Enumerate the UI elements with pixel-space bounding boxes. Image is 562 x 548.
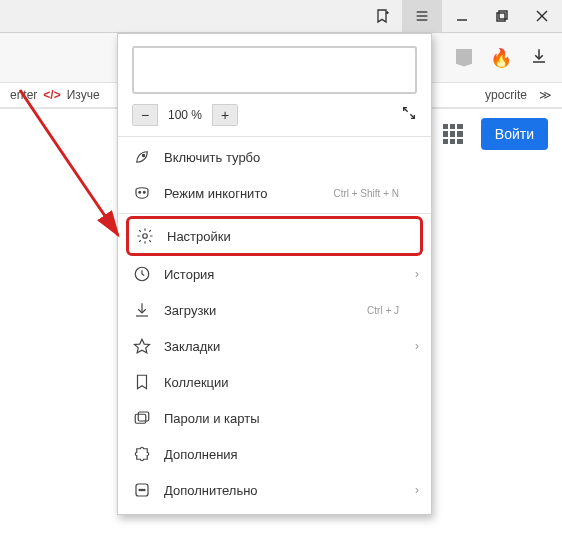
menu-search-input[interactable] — [132, 46, 417, 94]
menu-item-download[interactable]: ЗагрузкиCtrl + J — [118, 292, 431, 328]
svg-rect-6 — [497, 13, 505, 21]
menu-item-puzzle[interactable]: Дополнения — [118, 436, 431, 472]
zoom-controls: − 100 % + — [118, 104, 431, 134]
zoom-out-button[interactable]: − — [132, 104, 158, 126]
menu-item-star[interactable]: Закладки› — [118, 328, 431, 364]
svg-point-16 — [143, 191, 145, 193]
menu-item-label: Пароли и карты — [164, 411, 260, 426]
menu-item-label: Дополнительно — [164, 483, 258, 498]
window-maximize-button[interactable] — [482, 0, 522, 32]
rocket-icon — [132, 148, 152, 166]
gear-icon — [135, 227, 155, 245]
mask-icon — [132, 184, 152, 202]
apps-grid-icon[interactable] — [443, 124, 463, 144]
download-icon — [132, 301, 152, 319]
menu-item-shortcut: Ctrl + J — [367, 305, 417, 316]
tab-fragment-left: enter — [10, 88, 37, 102]
bookmark-page-icon[interactable] — [362, 0, 402, 32]
menu-item-history[interactable]: История› — [118, 256, 431, 292]
menu-separator — [118, 213, 431, 214]
history-icon — [132, 265, 152, 283]
menu-item-more[interactable]: Дополнительно› — [118, 472, 431, 508]
menu-item-label: Загрузки — [164, 303, 216, 318]
menu-item-label: История — [164, 267, 214, 282]
menu-item-gear[interactable]: Настройки — [126, 216, 423, 256]
menu-item-label: Включить турбо — [164, 150, 260, 165]
menu-separator — [118, 136, 431, 137]
svg-rect-7 — [499, 11, 507, 19]
chevron-right-icon: › — [415, 339, 419, 353]
menu-item-label: Коллекции — [164, 375, 229, 390]
chevron-right-icon: › — [415, 483, 419, 497]
zoom-value: 100 % — [158, 108, 212, 122]
window-titlebar — [0, 0, 562, 33]
menu-item-mask[interactable]: Режим инкогнитоCtrl + Shift + N — [118, 175, 431, 211]
puzzle-icon — [132, 445, 152, 463]
svg-point-14 — [142, 154, 144, 156]
more-icon — [132, 481, 152, 499]
menu-item-shortcut: Ctrl + Shift + N — [333, 188, 417, 199]
main-menu-button[interactable] — [402, 0, 442, 32]
fullscreen-button[interactable] — [401, 105, 417, 125]
tab-fragment-right: ypocrite — [485, 88, 527, 102]
zoom-in-button[interactable]: + — [212, 104, 238, 126]
main-menu-panel: − 100 % + Включить турбоРежим инкогнитоC… — [117, 33, 432, 515]
menu-item-label: Дополнения — [164, 447, 238, 462]
bookmark-flag-icon[interactable] — [456, 49, 472, 67]
svg-point-25 — [139, 489, 141, 491]
flag-icon — [132, 373, 152, 391]
menu-item-rocket[interactable]: Включить турбо — [118, 139, 431, 175]
code-icon: </> — [43, 88, 60, 102]
svg-point-15 — [139, 191, 141, 193]
menu-item-label: Настройки — [167, 229, 231, 244]
svg-point-26 — [141, 489, 143, 491]
svg-point-17 — [143, 234, 148, 239]
cards-icon — [132, 409, 152, 427]
svg-rect-22 — [135, 414, 146, 423]
menu-item-label: Режим инкогнито — [164, 186, 267, 201]
chevron-right-icon: › — [415, 267, 419, 281]
login-button[interactable]: Войти — [481, 118, 548, 150]
menu-item-flag[interactable]: Коллекции — [118, 364, 431, 400]
extension-fire-icon[interactable]: 🔥 — [490, 47, 512, 69]
downloads-icon[interactable] — [530, 47, 548, 69]
svg-rect-23 — [138, 412, 149, 421]
menu-item-label: Закладки — [164, 339, 220, 354]
tabs-overflow-button[interactable]: ≫ — [539, 88, 552, 102]
tab-label[interactable]: Изуче — [67, 88, 100, 102]
star-icon — [132, 337, 152, 355]
window-minimize-button[interactable] — [442, 0, 482, 32]
svg-marker-21 — [135, 339, 150, 353]
svg-point-27 — [144, 489, 146, 491]
window-close-button[interactable] — [522, 0, 562, 32]
menu-item-cards[interactable]: Пароли и карты — [118, 400, 431, 436]
